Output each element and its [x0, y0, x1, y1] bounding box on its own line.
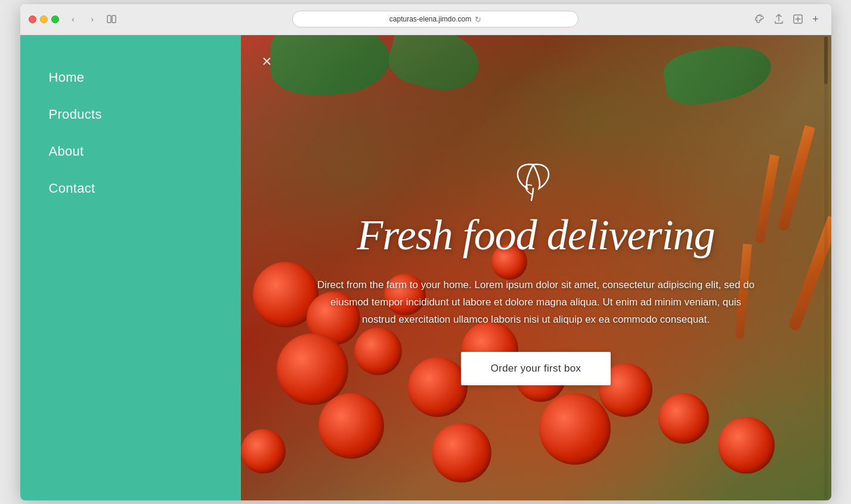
forward-button[interactable]: ›: [84, 11, 101, 27]
sidebar: Home Products About Contact: [20, 35, 241, 500]
sidebar-item-contact[interactable]: Contact: [49, 170, 241, 207]
hero-description: Direct from the farm to your home. Lorem…: [312, 277, 760, 329]
hero-title: Fresh food delivering: [357, 212, 714, 259]
sidebar-item-home[interactable]: Home: [49, 59, 241, 96]
svg-rect-0: [107, 16, 111, 23]
reader-view-button[interactable]: [103, 11, 120, 27]
svg-rect-1: [112, 16, 116, 23]
browser-actions-right: +: [751, 11, 823, 27]
window-controls: [29, 16, 59, 23]
minimize-window-dot[interactable]: [40, 16, 48, 23]
browser-window: ‹ › capturas-elena.jimdo.com ↻: [20, 4, 831, 500]
extensions-icon[interactable]: [751, 11, 768, 27]
scrollbar-thumb[interactable]: [824, 36, 828, 84]
sidebar-nav: Home Products About Contact: [49, 59, 241, 207]
close-window-dot[interactable]: [29, 16, 36, 23]
leaf-icon: [506, 150, 566, 206]
browser-content: Home Products About Contact: [20, 35, 831, 500]
hero-content: Fresh food delivering Direct from the fa…: [241, 35, 831, 500]
hero-section: × Fresh food de: [241, 35, 831, 500]
share-button[interactable]: [770, 11, 787, 27]
reload-icon[interactable]: ↻: [475, 15, 481, 24]
maximize-window-dot[interactable]: [51, 16, 59, 23]
browser-chrome: ‹ › capturas-elena.jimdo.com ↻: [20, 4, 831, 35]
browser-nav-buttons: ‹ ›: [65, 11, 120, 27]
address-bar[interactable]: capturas-elena.jimdo.com ↻: [292, 11, 578, 27]
add-to-reading-list-button[interactable]: [790, 11, 806, 27]
url-text: capturas-elena.jimdo.com: [389, 15, 471, 23]
sidebar-item-about[interactable]: About: [49, 133, 241, 170]
close-menu-button[interactable]: ×: [255, 50, 279, 73]
back-button[interactable]: ‹: [65, 11, 82, 27]
address-bar-container: capturas-elena.jimdo.com ↻: [126, 11, 745, 27]
scrollbar[interactable]: [823, 35, 829, 500]
sidebar-item-products[interactable]: Products: [49, 96, 241, 133]
new-tab-button[interactable]: +: [809, 12, 823, 26]
scrollbar-track: [824, 36, 828, 499]
order-cta-button[interactable]: Order your first box: [461, 352, 611, 385]
